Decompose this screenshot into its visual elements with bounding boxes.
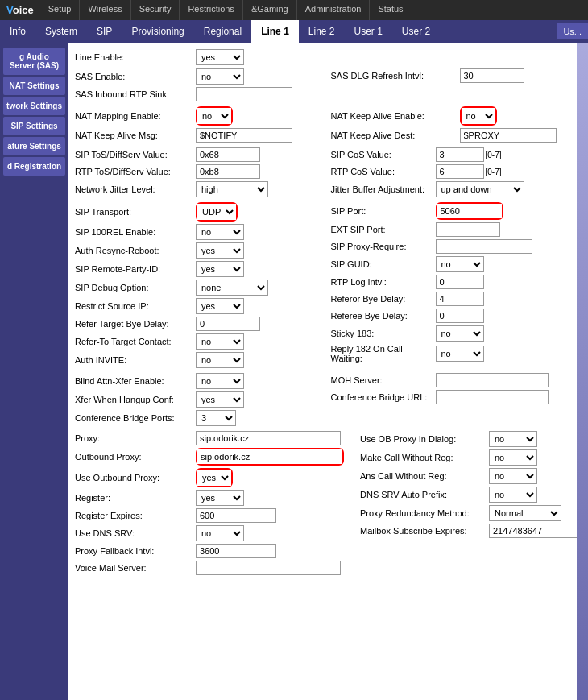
sip-remote-select[interactable]: yesno [196, 261, 244, 277]
rtp-log-input[interactable]: 0 [436, 275, 484, 289]
referor-bye-label: Referor Bye Delay: [331, 294, 436, 304]
feature-section: Blind Attn-Xfer Enable: noyes Xfer When … [75, 373, 570, 429]
tab-line2[interactable]: Line 2 [299, 20, 345, 43]
tab-provisioning[interactable]: Provisioning [122, 20, 193, 43]
rtp-tos-input[interactable]: 0xb8 [196, 164, 260, 179]
nat-mapping-select[interactable]: noyes [197, 108, 231, 124]
refer-target-input[interactable]: 0 [196, 317, 260, 331]
nat-keepalive-enable-label: NAT Keep Alive Enable: [331, 111, 460, 121]
moh-server-input[interactable] [436, 373, 549, 387]
sip-guid-select[interactable]: noyes [436, 256, 484, 272]
sip-guid-label: SIP GUID: [331, 259, 436, 269]
restrict-src-select[interactable]: yesno [196, 298, 244, 314]
voicemail-input[interactable] [196, 561, 341, 575]
nat-keepalive-msg-input[interactable]: $NOTIFY [196, 128, 292, 143]
ans-call-label: Ans Call Without Reg: [360, 471, 489, 481]
sidebar-audio[interactable]: g Audio Server (SAS) [3, 48, 65, 75]
sidebar-network[interactable]: twork Settings [3, 97, 65, 115]
tab-user1[interactable]: User 1 [345, 20, 392, 43]
nav-status[interactable]: Status [370, 0, 411, 20]
use-ob-proxy-label: Use Outbound Proxy: [75, 473, 196, 483]
sip-port-label: SIP Port: [331, 206, 436, 216]
registration-section: Proxy: sip.odorik.cz Outbound Proxy: sip… [75, 431, 570, 578]
blind-attn-label: Blind Attn-Xfer Enable: [75, 376, 196, 386]
refer-to-select[interactable]: noyes [196, 333, 244, 350]
sas-dlg-label: SAS DLG Refresh Intvl: [331, 71, 460, 81]
sip-100rel-select[interactable]: noyes [196, 224, 244, 240]
use-ob-dialog-select[interactable]: noyes [489, 431, 537, 447]
use-ob-proxy-select[interactable]: yesno [197, 470, 231, 486]
tab-regional[interactable]: Regional [194, 20, 251, 43]
proxy-red-select[interactable]: NormalHunt [489, 505, 561, 521]
conf-bridge-url-input[interactable] [436, 390, 549, 404]
xfer-hangup-label: Xfer When Hangup Conf: [75, 395, 196, 404]
jitter-buf-select[interactable]: up and downupdown [436, 181, 524, 197]
referor-bye-input[interactable]: 4 [436, 292, 484, 306]
user-link: Us... [557, 23, 588, 39]
mailbox-input[interactable]: 2147483647 [489, 524, 577, 538]
right-scrollbar[interactable] [577, 43, 588, 700]
ext-sip-port-label: EXT SIP Port: [331, 225, 436, 234]
reply182-label: Reply 182 On Call Waiting: [331, 344, 436, 363]
jitter-buf-label: Jitter Buffer Adjustment: [331, 184, 436, 194]
net-jitter-select[interactable]: highnormallow [196, 181, 268, 197]
rtp-cos-input[interactable]: 6 [436, 164, 484, 179]
sip-transport-select[interactable]: UDPTCPTLS [197, 204, 236, 220]
tab-sip[interactable]: SIP [87, 20, 122, 43]
conf-bridge-ports-select[interactable]: 324 [196, 410, 236, 426]
dns-srv-select[interactable]: noyes [489, 487, 537, 503]
sip-debug-select[interactable]: nonefull [196, 280, 268, 296]
line-enable-select[interactable]: yesno [196, 49, 244, 65]
reg-expires-input[interactable]: 600 [196, 508, 276, 523]
moh-server-label: MOH Server: [331, 375, 436, 385]
use-ob-dialog-label: Use OB Proxy In Dialog: [360, 434, 489, 444]
sticky183-select[interactable]: noyes [436, 325, 484, 342]
sip-100rel-label: SIP 100REL Enable: [75, 227, 196, 237]
auth-resync-select[interactable]: yesno [196, 242, 244, 259]
ans-call-select[interactable]: noyes [489, 468, 537, 484]
sidebar-registration[interactable]: d Registration [3, 157, 65, 176]
sip-proxy-input[interactable] [436, 239, 532, 254]
nav-gaming[interactable]: &Gaming [243, 0, 297, 20]
use-dns-select[interactable]: noyes [196, 525, 244, 541]
sidebar-sip[interactable]: SIP Settings [3, 117, 65, 135]
blind-attn-select[interactable]: noyes [196, 373, 244, 389]
proxy-fallback-label: Proxy Fallback Intvl: [75, 546, 196, 556]
dns-srv-label: DNS SRV Auto Prefix: [360, 490, 489, 499]
rtp-tos-label: RTP ToS/DiffServ Value: [75, 167, 196, 176]
referee-bye-input[interactable]: 0 [436, 309, 484, 323]
top-nav: Voice Setup Wireless Security Restrictio… [0, 0, 588, 20]
sip-port-input[interactable]: 5060 [437, 204, 502, 218]
register-select[interactable]: yesno [196, 490, 244, 506]
tab-info[interactable]: Info [0, 20, 35, 43]
sip-cos-label: SIP CoS Value: [331, 150, 436, 159]
auth-resync-label: Auth Resync-Reboot: [75, 246, 196, 255]
proxy-fallback-input[interactable]: 3600 [196, 544, 276, 558]
sidebar-feature[interactable]: ature Settings [3, 137, 65, 155]
nat-keepalive-enable-select[interactable]: noyes [462, 108, 495, 124]
ob-proxy-label: Outbound Proxy: [75, 452, 196, 462]
sas-inbound-input[interactable] [196, 87, 292, 101]
nav-restrictions[interactable]: Restrictions [180, 0, 242, 20]
nav-security[interactable]: Security [131, 0, 180, 20]
nav-administration[interactable]: Administration [297, 0, 371, 20]
auth-invite-select[interactable]: noyes [196, 352, 244, 368]
nav-setup[interactable]: Setup [40, 0, 81, 20]
sas-enable-select[interactable]: noyes [196, 68, 244, 85]
sidebar-nat[interactable]: NAT Settings [3, 77, 65, 95]
reply182-select[interactable]: noyes [436, 346, 484, 362]
xfer-hangup-select[interactable]: yesno [196, 391, 244, 408]
sip-cos-input[interactable]: 3 [436, 147, 484, 162]
ob-proxy-input[interactable]: sip.odorik.cz [197, 449, 342, 464]
tab-user2[interactable]: User 2 [392, 20, 440, 43]
sas-dlg-input[interactable]: 30 [460, 68, 524, 83]
nav-wireless[interactable]: Wireless [80, 0, 130, 20]
tab-system[interactable]: System [35, 20, 87, 43]
tab-line1[interactable]: Line 1 [251, 20, 299, 43]
make-call-select[interactable]: noyes [489, 449, 537, 466]
proxy-input[interactable]: sip.odorik.cz [196, 431, 341, 445]
line-enable-row: Line Enable: yesno [75, 49, 570, 65]
ext-sip-port-input[interactable] [436, 222, 500, 237]
sip-tos-input[interactable]: 0x68 [196, 147, 260, 162]
nat-keepalive-dest-input[interactable]: $PROXY [460, 128, 557, 143]
